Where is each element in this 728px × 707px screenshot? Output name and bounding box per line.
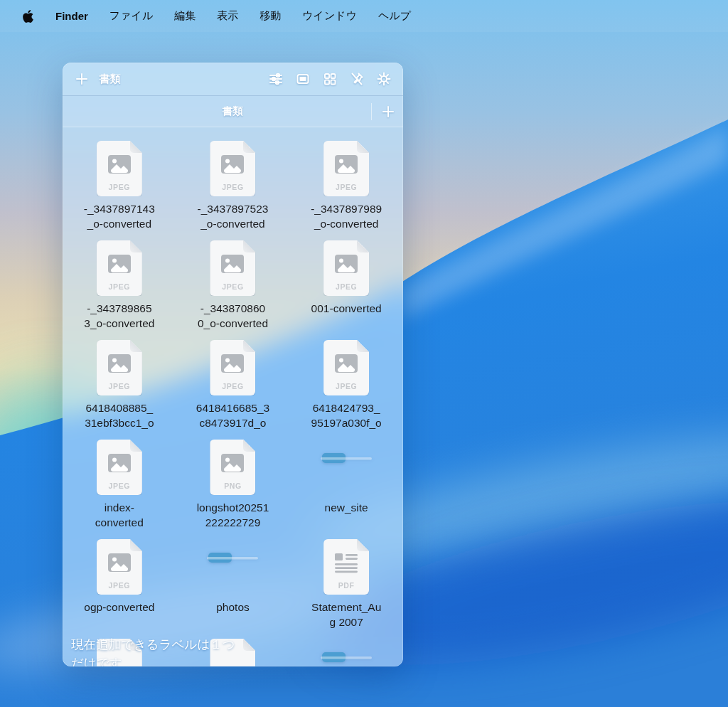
image-glyph [108,155,131,174]
image-glyph [108,255,131,273]
file-item[interactable]: JPEG ogp-converted [63,539,176,639]
file-item[interactable]: JPEG index- converted [63,440,176,539]
file-label: -_343789865 3_o-converted [84,301,154,331]
document-icon: JPEG [97,539,142,595]
gear-icon[interactable] [375,70,393,88]
document-icon: JPEG [97,240,142,296]
file-type-badge: JPEG [323,282,369,291]
file-item[interactable]: JPEG -_3437897143 _o-converted [63,141,176,240]
file-label: 6418424793_ 95197a030f_o [311,400,382,430]
menu-window[interactable]: ウインドウ [302,9,357,23]
document-icon: JPEG [210,141,255,196]
file-item[interactable]: JPEG -_343870860 0_o-converted [176,240,290,340]
menu-edit[interactable]: 編集 [174,9,196,23]
file-label: -_3437897989 _o-converted [311,201,382,231]
filters-icon[interactable] [267,70,285,88]
file-item[interactable]: JPEG 6418416685_3 c8473917d_o [176,340,290,440]
menu-view[interactable]: 表示 [217,9,238,23]
file-label: -_3437897523 _o-converted [197,201,268,231]
file-type-badge: JPEG [97,482,142,490]
file-item[interactable]: JPEG 001-converted [289,240,403,340]
tab-add-button[interactable] [379,102,397,121]
image-glyph [108,454,131,472]
file-label: Statement_Au g 2007 [311,600,381,629]
file-label: 6418416685_3 c8473917d_o [196,400,269,430]
image-glyph [335,155,358,174]
image-glyph [221,255,244,273]
image-glyph [108,354,131,373]
menu-file[interactable]: ファイル [109,9,153,23]
file-type-badge: PNG [210,482,255,490]
document-icon: JPEG [210,340,255,395]
pdf-glyph [334,553,358,573]
document-icon: JPEG [97,440,142,495]
document-icon: JPEG [323,141,369,196]
file-item[interactable]: JPEG -_343789865 3_o-converted [63,240,176,340]
document-icon: JPEG [97,340,142,395]
grid-view-icon[interactable] [321,70,339,88]
file-label: -_343870860 0_o-converted [198,301,268,331]
image-glyph [108,553,131,572]
tab-documents[interactable]: 書類 [223,105,243,118]
file-label: longshot20251 222222729 [197,500,269,530]
menu-go[interactable]: 移動 [259,9,281,23]
file-grid: JPEG -_3437897143 _o-converted [63,127,403,666]
file-area: JPEG -_3437897143 _o-converted [63,127,403,666]
menu-bar: Finder ファイル 編集 表示 移動 ウインドウ ヘルプ [0,0,728,32]
file-item[interactable]: PNG longshot20251 222222729 [176,440,290,539]
document-icon: JPEG [323,240,369,296]
file-label: new_site [325,500,368,515]
file-type-badge: JPEG [210,382,255,390]
file-item[interactable]: JPEG 6418424793_ 95197a030f_o [289,340,403,440]
image-glyph [221,155,244,174]
file-type-badge: JPEG [97,581,142,590]
apple-icon[interactable] [23,9,34,23]
folder-icon [318,647,374,666]
pin-slash-icon[interactable] [348,70,366,88]
file-item[interactable]: photos [176,539,290,639]
file-item[interactable]: PDF Statement_Au g 2007 [289,539,403,639]
file-label: 001-converted [311,301,382,316]
folder-icon [205,547,260,591]
file-type-badge: PDF [323,581,369,590]
tab-divider [371,103,372,120]
folder-icon [318,447,374,491]
file-type-badge: JPEG [97,382,142,390]
shelf-window: 書類 [63,63,403,666]
label-limit-toast: 現在追加できるラベルは１つ だけです [71,635,235,666]
file-item[interactable]: JPEG -_3437897989 _o-converted [289,141,403,240]
file-label: photos [216,600,250,615]
file-type-badge: JPEG [97,282,142,291]
window-title: 書類 [100,73,121,86]
file-label: ogp-converted [84,600,154,615]
image-glyph [335,354,358,373]
menu-finder[interactable]: Finder [55,10,88,22]
document-icon: JPEG [97,141,142,196]
file-type-badge: JPEG [323,382,369,390]
image-glyph [221,354,244,373]
file-label: 6418408885_ 31ebf3bcc1_o [85,400,154,430]
file-type-badge: JPEG [210,183,255,191]
image-glyph [221,454,244,472]
tab-bar: 書類 [63,96,403,127]
add-icon[interactable] [73,70,91,88]
file-item[interactable]: JPEG -_3437897523 _o-converted [176,141,290,240]
file-type-badge: JPEG [323,183,369,191]
document-icon: JPEG [210,240,255,296]
desktop: Finder ファイル 編集 表示 移動 ウインドウ ヘルプ 書類 [0,0,728,707]
document-icon: JPEG [323,340,369,395]
file-label: -_3437897143 _o-converted [84,201,155,231]
document-icon: PDF [323,539,369,595]
document-icon: PNG [210,440,255,495]
file-item[interactable]: JPEG 6418408885_ 31ebf3bcc1_o [63,340,176,440]
file-type-badge: JPEG [97,183,142,191]
window-frame-icon[interactable] [294,70,312,88]
menu-help[interactable]: ヘルプ [378,9,411,23]
file-type-badge: JPEG [210,282,255,291]
window-header: 書類 [63,63,403,96]
file-item[interactable] [289,639,403,666]
file-item[interactable]: new_site [289,440,403,539]
image-glyph [335,255,358,273]
file-label: index- converted [95,500,144,530]
